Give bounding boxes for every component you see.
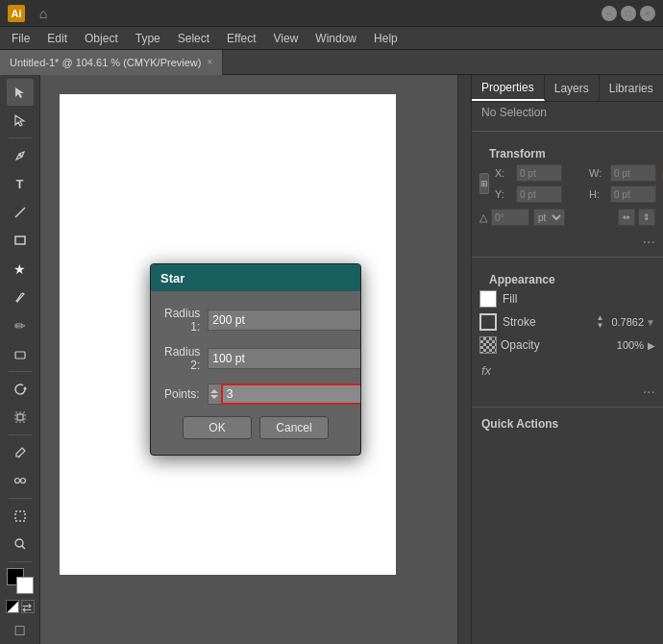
toolbar-divider-2 [9,371,32,372]
scale-tool[interactable] [7,404,34,431]
x-label: X: [495,167,512,179]
line-tool[interactable] [7,199,34,226]
x-input[interactable] [516,164,562,182]
star-tool[interactable]: ★ [7,256,34,283]
tab-label: Untitled-1* @ 104.61 % (CMYK/Preview) [10,57,201,68]
flip-vertical-icon[interactable]: ⇕ [638,209,655,226]
swap-colors-icon[interactable]: ⇄ [21,600,35,613]
pen-tool[interactable] [7,142,34,169]
svg-rect-5 [17,414,23,420]
menu-effect[interactable]: Effect [219,30,263,47]
direct-selection-tool[interactable] [7,108,34,135]
w-input[interactable] [610,164,656,182]
opacity-swatch [479,336,497,354]
svg-rect-3 [15,352,25,359]
svg-rect-2 [15,236,25,244]
home-icon[interactable]: ⌂ [33,3,54,24]
points-input[interactable] [221,384,361,405]
type-tool[interactable]: T [7,170,34,197]
radius1-input[interactable] [208,310,361,331]
stroke-down-arrow[interactable]: ▼ [596,322,607,330]
radius2-input[interactable] [208,348,361,369]
menu-window[interactable]: Window [307,30,364,47]
quick-actions-title: Quick Actions [472,411,663,436]
opacity-label: Opacity [501,338,540,352]
transform-section: Transform ⊞ X: W: 🔒 Y: [472,136,663,232]
fx-label[interactable]: fx [481,363,491,378]
zoom-tool[interactable] [7,531,34,557]
menu-view[interactable]: View [266,30,307,47]
no-selection-label: No Selection [472,102,663,127]
tab-layers[interactable]: Layers [545,75,600,101]
transform-align-icon[interactable]: ⊞ [479,173,489,194]
fill-none-icon[interactable]: □ [7,617,34,644]
window-controls: ─ □ × [602,6,655,21]
document-tab[interactable]: Untitled-1* @ 104.61 % (CMYK/Preview) × [0,50,223,75]
points-decrement-button[interactable] [210,395,218,399]
canvas-area: Star Radius 1: Radius 2: Points: [40,75,471,644]
background-color[interactable] [16,577,34,594]
fill-label: Fill [503,292,517,306]
minimize-button[interactable]: ─ [602,6,617,21]
svg-point-0 [18,154,20,156]
svg-rect-11 [15,511,25,521]
points-spinner-wrap [208,384,361,405]
left-toolbar: T ★ ✏ [0,75,40,644]
fill-row: Fill [479,290,655,308]
dialog-body: Radius 1: Radius 2: Points: [151,291,360,455]
menu-select[interactable]: Select [170,30,217,47]
stroke-spinner[interactable]: ▲ ▼ [596,314,607,330]
radius2-label: Radius 2: [164,345,200,372]
paintbrush-tool[interactable] [7,284,34,310]
color-selector[interactable] [7,568,34,595]
tab-close-button[interactable]: × [207,57,212,67]
right-panel: Properties Layers Libraries No Selection… [471,75,663,644]
toolbar-divider-3 [9,434,32,435]
points-increment-button[interactable] [210,389,218,393]
tab-properties[interactable]: Properties [472,75,545,101]
transform-more-button[interactable]: ··· [643,234,655,251]
menu-object[interactable]: Object [77,30,126,47]
y-input[interactable] [516,186,562,203]
menu-help[interactable]: Help [366,30,405,47]
fill-swatch[interactable] [479,290,497,308]
svg-point-8 [14,479,19,483]
appearance-more-button[interactable]: ··· [643,384,655,401]
stroke-swatch[interactable] [479,313,497,331]
menu-edit[interactable]: Edit [39,30,75,47]
tab-libraries[interactable]: Libraries [600,75,663,101]
rectangle-tool[interactable] [7,227,34,254]
star-dialog: Star Radius 1: Radius 2: Points: [150,263,361,456]
menu-type[interactable]: Type [128,30,168,47]
ok-button[interactable]: OK [183,416,252,439]
svg-line-13 [22,546,25,549]
flip-horizontal-icon[interactable]: ⇔ [618,209,635,226]
angle-row: △ pt px ⇔ ⇕ [479,209,655,226]
blend-tool[interactable] [7,467,34,494]
rotate-tool[interactable] [7,376,34,403]
artboard-tool[interactable] [7,503,34,530]
eraser-tool[interactable] [7,340,34,367]
panel-tabs: Properties Layers Libraries [472,75,663,102]
h-input[interactable] [610,186,656,203]
ywh-row: Y: H: [495,186,663,203]
menu-file[interactable]: File [4,30,37,47]
default-colors-icon[interactable] [6,600,19,613]
stroke-dropdown-arrow[interactable]: ▼ [646,317,655,328]
appearance-title: Appearance [479,267,655,290]
maximize-button[interactable]: □ [621,6,636,21]
angle-input[interactable] [491,209,529,226]
eyedropper-tool[interactable] [7,439,34,466]
opacity-arrow[interactable]: ▶ [648,340,655,351]
pencil-tool[interactable]: ✏ [7,312,34,339]
cancel-button[interactable]: Cancel [259,416,329,439]
y-label: Y: [495,188,512,200]
xy-row: X: W: 🔒 [495,164,663,182]
appearance-more-btn-row: ··· [472,382,663,403]
h-label: H: [589,188,606,200]
tab-bar: Untitled-1* @ 104.61 % (CMYK/Preview) × [0,50,663,75]
close-button[interactable]: × [640,6,655,21]
points-spinner-arrows[interactable] [208,384,221,405]
selection-tool[interactable] [7,79,34,106]
angle-select[interactable]: pt px [533,209,565,226]
